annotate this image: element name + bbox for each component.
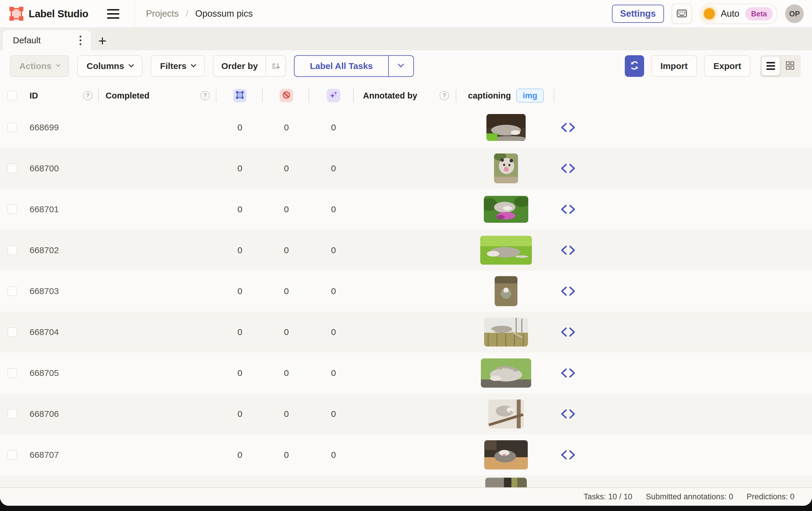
column-divider xyxy=(456,89,456,102)
data-manager-toolbar: Actions Columns Filters Order by Label A… xyxy=(0,50,812,84)
column-header-predictions[interactable] xyxy=(327,89,340,102)
table-row[interactable]: 668707 0 0 0 xyxy=(0,434,812,475)
app-logo[interactable]: Label Studio xyxy=(9,6,88,21)
row-checkbox[interactable] xyxy=(7,368,17,378)
tab-options-kebab-icon[interactable] xyxy=(77,33,84,47)
auto-mode-toggle[interactable]: Auto Beta xyxy=(700,3,778,24)
row-checkbox[interactable] xyxy=(7,163,17,173)
actions-label: Actions xyxy=(19,61,52,71)
task-image-thumbnail[interactable] xyxy=(495,276,517,306)
task-id: 668703 xyxy=(30,286,59,296)
filters-dropdown-button[interactable]: Filters xyxy=(151,55,205,77)
predictions-count: 0 xyxy=(331,450,336,460)
export-button[interactable]: Export xyxy=(704,55,751,77)
tab-default-label: Default xyxy=(13,35,41,45)
settings-button[interactable]: Settings xyxy=(612,5,664,23)
annotations-count: 0 xyxy=(237,368,242,378)
row-checkbox[interactable] xyxy=(7,450,17,460)
task-image-thumbnail[interactable] xyxy=(484,440,528,470)
task-image-thumbnail[interactable] xyxy=(485,478,527,487)
table-row[interactable]: 668700 0 0 0 xyxy=(0,148,812,189)
user-avatar[interactable]: OP xyxy=(785,4,804,23)
task-image-thumbnail[interactable] xyxy=(484,196,528,223)
column-divider xyxy=(309,89,309,102)
view-source-icon[interactable] xyxy=(559,121,577,133)
table-row[interactable]: 668702 0 0 0 xyxy=(0,230,812,271)
task-image-thumbnail[interactable] xyxy=(494,153,518,183)
table-row[interactable]: 668705 0 0 0 xyxy=(0,353,812,393)
view-source-icon[interactable] xyxy=(559,367,577,379)
table-row[interactable] xyxy=(0,475,812,487)
annotations-count: 0 xyxy=(237,122,242,132)
task-id: 668702 xyxy=(30,245,59,255)
columns-dropdown-button[interactable]: Columns xyxy=(77,55,142,77)
grid-view-button[interactable] xyxy=(781,57,799,76)
cancelled-annotations-count: 0 xyxy=(284,327,289,337)
label-all-tasks-button[interactable]: Label All Tasks xyxy=(294,55,414,77)
task-image-thumbnail[interactable] xyxy=(484,318,528,347)
column-header-completed[interactable]: Completed xyxy=(106,91,149,100)
help-icon[interactable]: ? xyxy=(83,91,92,100)
top-bar: Label Studio Projects / Opossum pics Set… xyxy=(0,0,812,28)
keyboard-shortcuts-button[interactable] xyxy=(672,3,692,24)
list-view-button[interactable] xyxy=(762,57,780,76)
predictions-count: 0 xyxy=(331,409,336,419)
row-checkbox[interactable] xyxy=(7,409,17,419)
table-row[interactable]: 668699 0 0 0 xyxy=(0,107,812,148)
view-source-icon[interactable] xyxy=(559,449,577,461)
help-icon[interactable]: ? xyxy=(440,91,449,100)
row-checkbox[interactable] xyxy=(7,327,17,337)
hamburger-menu-icon[interactable] xyxy=(107,6,123,21)
add-tab-button[interactable]: + xyxy=(98,34,107,48)
view-source-icon[interactable] xyxy=(559,244,577,257)
row-checkbox[interactable] xyxy=(7,286,17,296)
task-image-thumbnail[interactable] xyxy=(487,114,526,141)
app-title: Label Studio xyxy=(29,8,88,20)
list-view-icon xyxy=(766,62,775,70)
task-image-thumbnail[interactable] xyxy=(480,236,532,265)
annotations-count: 0 xyxy=(237,286,242,296)
view-source-icon[interactable] xyxy=(559,162,577,175)
column-header-captioning[interactable]: captioning xyxy=(468,91,511,100)
predictions-count: 0 xyxy=(331,204,336,214)
column-divider xyxy=(216,89,216,102)
view-source-icon[interactable] xyxy=(559,285,577,297)
annotations-count: 0 xyxy=(237,450,242,460)
order-by-button[interactable]: Order by xyxy=(213,55,286,77)
column-divider xyxy=(353,89,354,102)
table-row[interactable]: 668706 0 0 0 xyxy=(0,393,812,434)
row-checkbox[interactable] xyxy=(7,245,17,255)
column-header-cancelled-annotations[interactable] xyxy=(280,89,293,102)
task-image-thumbnail[interactable] xyxy=(488,400,524,428)
label-studio-logo-icon xyxy=(9,6,24,21)
actions-dropdown-button[interactable]: Actions xyxy=(10,55,69,77)
column-header-id[interactable]: ID xyxy=(30,91,38,100)
cancelled-annotations-count: 0 xyxy=(284,368,289,378)
select-all-checkbox[interactable] xyxy=(7,91,17,100)
view-source-icon[interactable] xyxy=(559,203,577,215)
no-entry-icon xyxy=(282,91,291,100)
column-header-annotated-by[interactable]: Annotated by xyxy=(363,91,417,100)
task-id: 668706 xyxy=(30,409,59,419)
column-header-annotations[interactable] xyxy=(233,89,246,102)
task-id: 668704 xyxy=(30,327,59,337)
tab-default[interactable]: Default xyxy=(3,30,91,50)
row-checkbox[interactable] xyxy=(7,204,17,214)
label-all-tasks-dropdown[interactable] xyxy=(388,56,413,76)
table-row[interactable]: 668701 0 0 0 xyxy=(0,189,812,230)
refresh-button[interactable] xyxy=(625,55,644,77)
cancelled-annotations-count: 0 xyxy=(284,409,289,419)
predictions-count-total: Predictions: 0 xyxy=(747,492,794,501)
table-row[interactable]: 668703 0 0 0 xyxy=(0,271,812,312)
breadcrumb-projects-link[interactable]: Projects xyxy=(146,8,179,19)
view-source-icon[interactable] xyxy=(559,408,577,420)
predictions-count: 0 xyxy=(331,245,336,255)
help-icon[interactable]: ? xyxy=(200,91,210,100)
table-row[interactable]: 668704 0 0 0 xyxy=(0,312,812,353)
cancelled-annotations-count: 0 xyxy=(284,204,289,214)
row-checkbox[interactable] xyxy=(7,122,17,132)
annotations-count: 0 xyxy=(237,327,242,337)
task-image-thumbnail[interactable] xyxy=(481,358,531,388)
view-source-icon[interactable] xyxy=(559,326,577,338)
import-button[interactable]: Import xyxy=(651,55,697,77)
